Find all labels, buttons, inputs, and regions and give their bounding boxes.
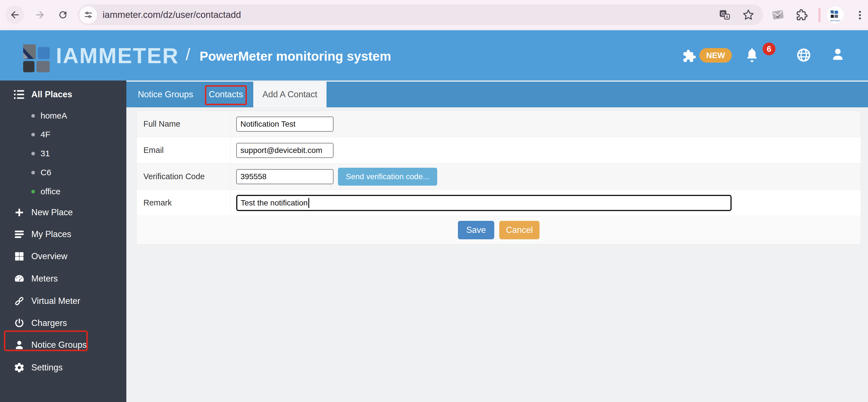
- email-label: Email: [137, 137, 230, 163]
- place-label: 31: [40, 149, 50, 158]
- sidebar-item-label: Meters: [31, 274, 58, 284]
- place-dot: [31, 133, 35, 136]
- sidebar-place-office[interactable]: office: [0, 183, 126, 200]
- new-feature-badge[interactable]: NEW: [700, 48, 732, 63]
- back-button[interactable]: [6, 6, 24, 24]
- browser-toolbar: iammeter.com/dz/user/contactadd G A: [0, 0, 868, 30]
- browser-menu-button[interactable]: [853, 7, 867, 24]
- svg-text:A: A: [725, 15, 728, 19]
- site-settings-button[interactable]: [80, 6, 97, 24]
- tab-notice-groups[interactable]: Notice Groups: [132, 82, 199, 107]
- tab-label: Notice Groups: [138, 89, 193, 99]
- place-label: C6: [40, 168, 51, 177]
- form-row-email: Email: [137, 137, 861, 163]
- sidebar-item-meters[interactable]: Meters: [0, 269, 126, 289]
- sidebar-item-label: Notice Groups: [31, 340, 87, 350]
- logo-wordmark[interactable]: IAMMETER: [56, 43, 179, 68]
- form-row-verification-code: Verification Code Send verification code…: [137, 163, 861, 190]
- title-separator: /: [186, 45, 190, 64]
- sidebar-item-label: Overview: [31, 251, 67, 261]
- extension-icon[interactable]: [771, 8, 785, 22]
- sidebar-item-notice-groups[interactable]: Notice Groups: [0, 335, 126, 355]
- sidebar-place-31[interactable]: 31: [0, 145, 126, 162]
- sidebar: All Places homeA 4F 31 C6 office: [0, 81, 126, 402]
- place-dot: [31, 152, 35, 155]
- bookmark-star-icon[interactable]: [742, 8, 755, 21]
- iammeter-logo-icon[interactable]: [18, 43, 54, 75]
- globe-icon: [796, 47, 812, 63]
- sidebar-place-4f[interactable]: 4F: [0, 126, 126, 144]
- link-icon: [13, 295, 26, 307]
- place-label: 4F: [40, 130, 50, 139]
- app-header: IAMMETER / PowerMeter monitoring system …: [0, 30, 868, 81]
- content-area: Notice Groups Contacts Add A Contact Ful…: [126, 81, 868, 402]
- user-icon: [13, 339, 26, 350]
- form-row-full-name: Full Name: [137, 111, 861, 137]
- toolbar-divider: [818, 8, 820, 22]
- sidebar-item-label: Settings: [31, 363, 63, 373]
- account-button[interactable]: [830, 47, 845, 62]
- sidebar-item-chargers[interactable]: Chargers: [0, 313, 126, 333]
- place-dot: [31, 171, 35, 175]
- form-row-remark: Remark Test the notification: [137, 190, 861, 216]
- sidebar-item-overview[interactable]: Overview: [0, 246, 126, 267]
- remark-input[interactable]: Test the notification: [236, 195, 732, 211]
- tab-label: Contacts: [209, 89, 243, 99]
- gear-icon: [13, 362, 26, 373]
- remark-text: Test the notification: [241, 198, 308, 208]
- list-icon: [13, 88, 26, 101]
- browser-profile-avatar[interactable]: DEVICEBIT: [827, 7, 844, 24]
- back-arrow-icon: [9, 9, 21, 21]
- verification-code-input[interactable]: [236, 169, 334, 184]
- tab-bar: Notice Groups Contacts Add A Contact: [126, 82, 868, 107]
- list-alt-icon: [13, 228, 26, 240]
- sidebar-item-new-place[interactable]: New Place: [0, 203, 126, 222]
- plus-icon: [13, 207, 26, 218]
- sidebar-item-my-places[interactable]: My Places: [0, 224, 126, 244]
- notification-count-badge[interactable]: 6: [763, 42, 775, 55]
- tab-label: Add A Contact: [262, 89, 317, 99]
- address-bar[interactable]: iammeter.com/dz/user/contactadd G A: [78, 4, 763, 25]
- sidebar-item-label: Virtual Meter: [31, 296, 80, 306]
- avatar-brand-text: DEVICEBIT: [830, 20, 841, 22]
- full-name-input[interactable]: [236, 117, 334, 132]
- bell-icon: [744, 47, 761, 63]
- tab-add-a-contact-active[interactable]: Add A Contact: [253, 82, 327, 107]
- page-title: PowerMeter monitoring system: [199, 49, 391, 64]
- full-name-label: Full Name: [137, 111, 230, 137]
- kebab-menu-icon: [854, 9, 866, 21]
- translate-icon[interactable]: G A: [718, 9, 731, 21]
- tune-icon: [84, 10, 93, 20]
- sidebar-item-label: Chargers: [31, 318, 67, 328]
- tab-contacts[interactable]: Contacts: [204, 82, 248, 107]
- power-icon: [13, 317, 26, 329]
- place-label: homeA: [40, 111, 67, 121]
- sidebar-item-label: All Places: [31, 89, 72, 99]
- verification-code-label: Verification Code: [137, 163, 230, 189]
- url-text[interactable]: iammeter.com/dz/user/contactadd: [102, 9, 718, 20]
- main-layout: All Places homeA 4F 31 C6 office: [0, 81, 868, 402]
- save-button[interactable]: Save: [458, 221, 494, 239]
- sidebar-place-c6[interactable]: C6: [0, 163, 126, 181]
- notifications-button[interactable]: [744, 47, 761, 63]
- reload-button[interactable]: [54, 6, 72, 24]
- sidebar-item-virtual-meter[interactable]: Virtual Meter: [0, 291, 126, 311]
- grid-icon: [13, 251, 26, 262]
- puzzle-icon: [681, 48, 696, 64]
- forward-arrow-icon: [34, 9, 45, 21]
- forward-button[interactable]: [31, 6, 49, 24]
- send-verification-code-button[interactable]: Send verification code...: [338, 168, 437, 186]
- reload-icon: [58, 9, 68, 20]
- language-button[interactable]: [796, 47, 812, 63]
- sidebar-item-label: New Place: [31, 208, 73, 217]
- extensions-puzzle-icon[interactable]: [795, 8, 808, 22]
- sidebar-item-all-places[interactable]: All Places: [0, 85, 126, 104]
- place-label: office: [40, 187, 60, 196]
- integrations-button[interactable]: [681, 48, 696, 64]
- sidebar-item-settings[interactable]: Settings: [0, 358, 126, 378]
- text-caret: [308, 198, 309, 208]
- sidebar-place-homea[interactable]: homeA: [0, 107, 126, 125]
- email-input[interactable]: [236, 143, 334, 158]
- cancel-button[interactable]: Cancel: [499, 221, 539, 239]
- sidebar-item-label: My Places: [31, 229, 71, 239]
